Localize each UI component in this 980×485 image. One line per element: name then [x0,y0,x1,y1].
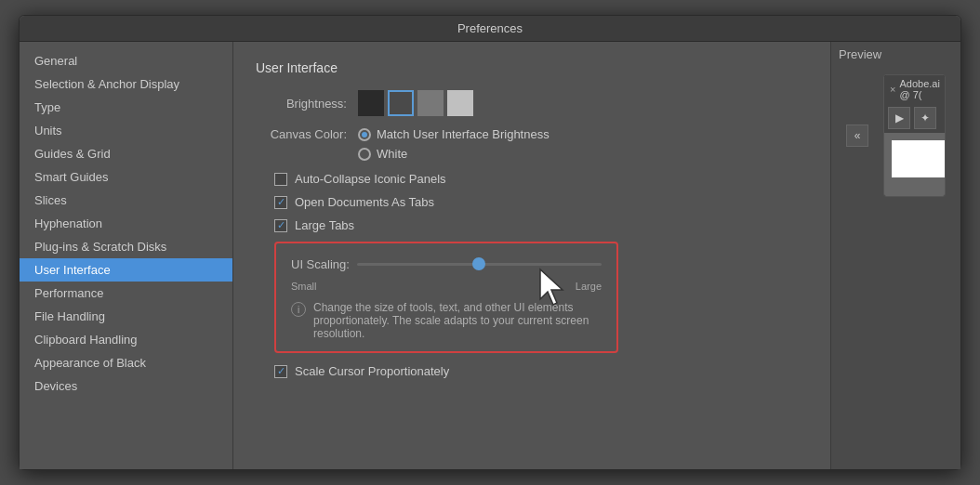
sidebar-item-plugins-scratch[interactable]: Plug-ins & Scratch Disks [20,235,232,258]
sidebar-item-devices[interactable]: Devices [20,374,232,398]
slider-thumb[interactable] [472,257,485,270]
preview-label: Preview [839,47,881,61]
sidebar-item-selection-anchor[interactable]: Selection & Anchor Display [20,72,232,96]
preview-tool-arrow[interactable]: ▶ [888,107,910,129]
slider-large-label: Large [576,281,602,292]
sidebar-item-guides-grid[interactable]: Guides & Grid [20,142,232,165]
slider-small-label: Small [291,281,317,292]
slider-container[interactable] [357,255,602,273]
canvas-color-label: Canvas Color: [256,127,358,141]
section-title: User Interface [256,60,808,75]
canvas-option-match[interactable]: Match User Interface Brightness [358,127,550,141]
slider-track[interactable] [357,263,602,266]
sidebar-item-general[interactable]: General [20,49,232,72]
info-row: i Change the size of tools, text, and ot… [291,301,602,340]
sidebar: GeneralSelection & Anchor DisplayTypeUni… [20,42,233,469]
checkbox-large-tabs-box[interactable] [274,219,287,232]
brightness-swatch-medium-dark[interactable] [388,90,414,116]
preview-toolbar: ▶ ✦ [884,103,945,133]
titlebar: Preferences [20,16,960,42]
canvas-color-row: Canvas Color: Match User Interface Brigh… [256,127,808,161]
preview-mini-title: Adobe.ai @ 7( [899,78,939,100]
sidebar-item-appearance-black[interactable]: Appearance of Black [20,351,232,374]
main-content: User Interface Brightness: Canvas Color: [233,42,830,469]
checkbox-auto-collapse-label: Auto-Collapse Iconic Panels [295,172,446,186]
checkbox-scale-cursor-box[interactable] [274,365,287,378]
sidebar-item-units[interactable]: Units [20,119,232,142]
checkbox-auto-collapse[interactable]: Auto-Collapse Iconic Panels [274,172,808,186]
ui-scaling-box: UI Scaling: Small Large [274,242,618,353]
preview-mini-window: × Adobe.ai @ 7( ▶ ✦ [883,74,946,197]
preview-panel: Preview « × Adobe.ai @ 7( ▶ ✦ [830,42,960,469]
canvas-color-options: Match User Interface Brightness White [358,127,550,161]
brightness-row: Brightness: [256,90,808,116]
canvas-option-white[interactable]: White [358,147,550,161]
preview-white-box [892,140,946,177]
canvas-option-match-label: Match User Interface Brightness [377,127,550,141]
canvas-radio-match[interactable] [358,128,371,141]
brightness-swatch-dark[interactable] [358,90,384,116]
checkbox-auto-collapse-box[interactable] [274,173,287,186]
checkbox-scale-cursor[interactable]: Scale Cursor Proportionately [274,364,808,378]
preview-canvas [884,133,945,196]
scaling-label: UI Scaling: [291,257,350,271]
info-icon: i [291,302,306,317]
scaling-row: UI Scaling: [291,255,602,273]
brightness-swatches [358,90,473,116]
preview-mini-titlebar: × Adobe.ai @ 7( [884,75,945,103]
window-title: Preferences [457,21,523,35]
window-body: GeneralSelection & Anchor DisplayTypeUni… [20,42,960,469]
sidebar-item-hyphenation[interactable]: Hyphenation [20,212,232,235]
sidebar-item-clipboard-handling[interactable]: Clipboard Handling [20,328,232,351]
preview-collapse-button[interactable]: « [846,125,868,147]
info-text: Change the size of tools, text, and othe… [313,301,602,340]
checkbox-open-docs-tabs-box[interactable] [274,196,287,209]
preferences-window: Preferences GeneralSelection & Anchor Di… [19,15,961,470]
sidebar-item-type[interactable]: Type [20,96,232,119]
sidebar-item-smart-guides[interactable]: Smart Guides [20,165,232,189]
preview-mini-close-icon[interactable]: × [890,84,895,95]
canvas-radio-white[interactable] [358,148,371,161]
brightness-swatch-medium[interactable] [417,90,444,116]
checkbox-large-tabs-label: Large Tabs [295,218,354,232]
sidebar-item-file-handling[interactable]: File Handling [20,305,232,328]
checkbox-open-docs-tabs[interactable]: Open Documents As Tabs [274,195,808,209]
checkbox-scale-cursor-label: Scale Cursor Proportionately [295,364,449,378]
sidebar-item-performance[interactable]: Performance [20,282,232,305]
checkbox-large-tabs[interactable]: Large Tabs [274,218,808,232]
checkbox-open-docs-tabs-label: Open Documents As Tabs [295,195,434,209]
slider-labels: Small Large [291,281,602,292]
preview-mini-body: ▶ ✦ [884,103,945,196]
canvas-option-white-label: White [377,147,407,161]
sidebar-item-user-interface[interactable]: User Interface [20,258,232,282]
brightness-label: Brightness: [256,97,358,111]
sidebar-item-slices[interactable]: Slices [20,189,232,212]
brightness-swatch-light[interactable] [447,90,473,116]
preview-tool-star[interactable]: ✦ [914,107,936,129]
